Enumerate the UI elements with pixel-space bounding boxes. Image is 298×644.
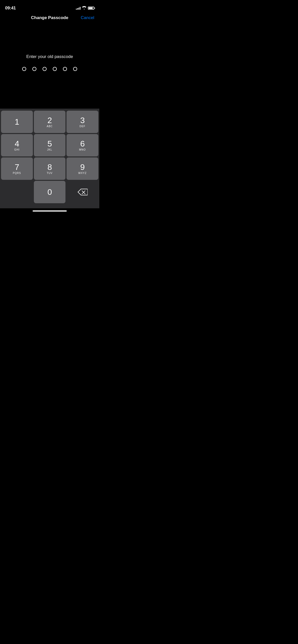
key-1[interactable]: 1 bbox=[1, 111, 33, 133]
passcode-dot-6 bbox=[73, 67, 77, 71]
passcode-prompt: Enter your old passcode bbox=[26, 54, 73, 59]
delete-button[interactable] bbox=[66, 181, 98, 203]
key-9[interactable]: 9 WXYZ bbox=[66, 157, 98, 180]
key-6[interactable]: 6 MNO bbox=[66, 134, 98, 156]
key-8[interactable]: 8 TUV bbox=[34, 157, 66, 180]
keypad-row-1: 1 2 ABC 3 DEF bbox=[1, 111, 98, 133]
nav-bar: Change Passcode Cancel bbox=[0, 13, 99, 24]
passcode-dot-5 bbox=[63, 67, 67, 71]
key-7[interactable]: 7 PQRS bbox=[1, 157, 33, 180]
main-content: Enter your old passcode bbox=[0, 24, 99, 109]
home-indicator bbox=[0, 208, 99, 215]
key-5[interactable]: 5 JKL bbox=[34, 134, 66, 156]
cancel-button[interactable]: Cancel bbox=[79, 15, 94, 20]
key-empty bbox=[1, 181, 33, 203]
keypad-row-2: 4 GHI 5 JKL 6 MNO bbox=[1, 134, 98, 156]
status-time: 09:41 bbox=[5, 6, 16, 11]
key-3[interactable]: 3 DEF bbox=[66, 111, 98, 133]
passcode-dot-1 bbox=[22, 67, 26, 71]
passcode-dot-4 bbox=[53, 67, 57, 71]
nav-title: Change Passcode bbox=[20, 15, 79, 20]
key-4[interactable]: 4 GHI bbox=[1, 134, 33, 156]
passcode-dots bbox=[22, 67, 77, 71]
delete-icon bbox=[77, 188, 88, 196]
status-icons bbox=[76, 6, 94, 10]
key-0[interactable]: 0 bbox=[34, 181, 66, 203]
keypad: 1 2 ABC 3 DEF 4 GHI 5 JKL 6 MNO 7 PQRS bbox=[0, 109, 99, 208]
signal-bars-icon bbox=[76, 7, 80, 10]
home-bar bbox=[33, 210, 67, 212]
key-2[interactable]: 2 ABC bbox=[34, 111, 66, 133]
status-bar: 09:41 bbox=[0, 0, 99, 13]
passcode-dot-2 bbox=[32, 67, 36, 71]
keypad-row-3: 7 PQRS 8 TUV 9 WXYZ bbox=[1, 157, 98, 180]
battery-icon bbox=[88, 7, 94, 10]
wifi-icon bbox=[82, 6, 86, 10]
keypad-row-4: 0 bbox=[1, 181, 98, 203]
passcode-dot-3 bbox=[43, 67, 47, 71]
